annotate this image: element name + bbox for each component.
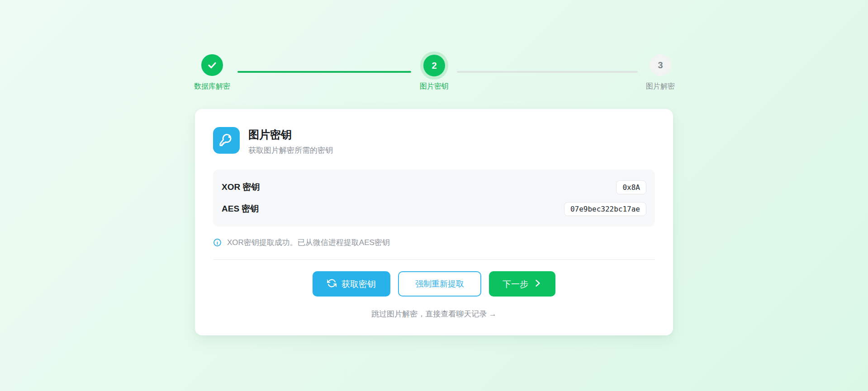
status-row: XOR密钥提取成功。已从微信进程提取AES密钥 xyxy=(213,237,655,248)
image-key-card: 图片密钥 获取图片解密所需的密钥 XOR 密钥 0x8A AES 密钥 07e9… xyxy=(195,109,673,335)
next-step-label: 下一步 xyxy=(503,280,528,288)
fetch-keys-label: 获取密钥 xyxy=(342,280,376,288)
step-2-label: 图片密钥 xyxy=(420,82,449,91)
info-icon xyxy=(213,238,222,247)
divider xyxy=(213,259,655,260)
actions-row: 获取密钥 强制重新提取 下一步 xyxy=(213,271,655,297)
force-reextract-label: 强制重新提取 xyxy=(415,280,464,288)
stepper-connector-done xyxy=(237,71,411,73)
step-2-circle: 2 xyxy=(423,55,445,76)
aes-key-value: 07e9bec322bc17ae xyxy=(564,202,646,216)
xor-key-value: 0x8A xyxy=(616,180,646,194)
card-header-text: 图片密钥 获取图片解密所需的密钥 xyxy=(248,127,333,155)
fetch-keys-button[interactable]: 获取密钥 xyxy=(313,271,390,297)
key-icon xyxy=(219,132,234,149)
step-2-number: 2 xyxy=(432,61,436,71)
force-reextract-button[interactable]: 强制重新提取 xyxy=(398,271,481,297)
key-values-panel: XOR 密钥 0x8A AES 密钥 07e9bec322bc17ae xyxy=(213,170,655,226)
stepper-connector-pending xyxy=(457,71,638,73)
aes-key-row: AES 密钥 07e9bec322bc17ae xyxy=(222,198,646,220)
step-1-circle xyxy=(201,54,223,76)
card-subtitle: 获取图片解密所需的密钥 xyxy=(248,145,333,155)
next-step-button[interactable]: 下一步 xyxy=(489,271,555,297)
card-header: 图片密钥 获取图片解密所需的密钥 xyxy=(213,127,655,155)
key-badge xyxy=(213,127,240,154)
step-1-label: 数据库解密 xyxy=(194,82,230,91)
status-message: XOR密钥提取成功。已从微信进程提取AES密钥 xyxy=(227,237,390,248)
xor-key-row: XOR 密钥 0x8A xyxy=(222,176,646,198)
step-3-circle: 3 xyxy=(650,54,671,76)
stepper: 2 3 数据库解密 图片密钥 图片解密 xyxy=(0,0,868,99)
aes-key-label: AES 密钥 xyxy=(222,203,259,215)
step-3-label: 图片解密 xyxy=(646,82,675,91)
xor-key-label: XOR 密钥 xyxy=(222,181,260,193)
check-icon xyxy=(207,60,218,71)
refresh-icon xyxy=(327,278,337,289)
step-3-number: 3 xyxy=(658,60,663,71)
chevron-right-icon xyxy=(533,279,542,289)
skip-image-decrypt-link[interactable]: 跳过图片解密，直接查看聊天记录 → xyxy=(213,309,655,319)
card-title: 图片密钥 xyxy=(248,127,333,142)
